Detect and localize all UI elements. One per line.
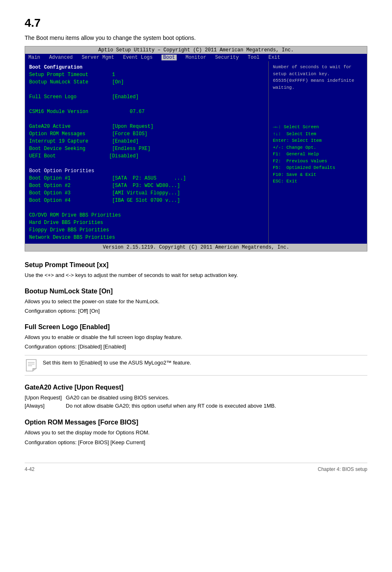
section-body: Allows you to select the power-on state … [25, 298, 367, 306]
section-heading: GateA20 Active [Upon Request] [25, 384, 367, 391]
def-desc: GA20 can be disabled using BIOS services… [66, 394, 367, 402]
bios-left-line: UEFI Boot [Disabled] [29, 152, 264, 160]
section-body: Use the <+> and <-> keys to adjust the n… [25, 271, 367, 279]
section-config: Configuration options: [Disabled] [Enabl… [25, 343, 367, 351]
bios-left-line: Floppy Drive BBS Priorities [29, 226, 264, 234]
bios-left-line: Option ROM Messages [Force BIOS] [29, 130, 264, 138]
section-heading: Full Screen Logo [Enabled] [25, 323, 367, 331]
section-title: 4.7 [25, 16, 367, 30]
footer-page-number: 4-42 [25, 466, 35, 472]
bios-left-line: Hard Drive BBS Priorities [29, 219, 264, 226]
section-config: Configuration options: [Off] [On] [25, 307, 367, 315]
def-term: [Upon Request] [25, 394, 66, 402]
section-body: Allows you to set the display mode for O… [25, 429, 367, 437]
bios-left-line: Setup Prompt Timeout 1 [29, 71, 264, 78]
def-desc: Do not allow disable GA20; this option u… [66, 402, 367, 411]
footer-chapter: Chapter 4: BIOS setup [318, 466, 367, 472]
nav-monitor: Monitor [186, 55, 206, 60]
nav-event-logs: Event Logs [123, 55, 152, 60]
def-term: [Always] [25, 402, 66, 411]
bios-left-line: CSM16 Module Version 07.67 [29, 108, 264, 115]
bios-title-bar: Aptio Setup Utility – Copyright (C) 2011… [25, 46, 367, 54]
section-heading: Option ROM Messages [Force BIOS] [25, 419, 367, 426]
section-full-screen-logo: Full Screen Logo [Enabled] Allows you to… [25, 323, 367, 376]
section-config: Configuration options: [Force BIOS] [Kee… [25, 438, 367, 447]
note-icon [25, 359, 38, 372]
bios-nav-bar: Main Advanced Server Mgmt Event Logs Boo… [25, 54, 367, 61]
bios-left-line: Boot Option #4 [IBA GE Slot 0700 v...] [29, 197, 264, 204]
bios-right-panel: Number of seconds to wait forsetup activ… [268, 61, 367, 244]
bios-version-bar: Version 2.15.1219. Copyright (C) 2011 Am… [25, 244, 367, 251]
bios-left-line: Boot Option Priorities [29, 167, 264, 175]
bios-left-spacer [29, 115, 264, 123]
bios-left-line: Boot Option #2 [SATA P3: WDC WD80...] [29, 182, 264, 189]
note-text: Set this item to [Enabled] to use the AS… [43, 359, 191, 367]
bios-left-spacer [29, 160, 264, 167]
bios-left-spacer [29, 204, 264, 212]
nav-server-mgmt: Server Mgmt [82, 55, 114, 60]
bios-left-line: CD/DVD ROM Drive BBS Priorities [29, 212, 264, 219]
bios-left-line: Boot Option #3 [AMI Virtual Floppy...] [29, 189, 264, 197]
bios-nav-help: →←: Select Screen ↑↓: Select Item Enter:… [273, 124, 363, 185]
bios-screenshot: Aptio Setup Utility – Copyright (C) 2011… [25, 46, 367, 251]
nav-security: Security [215, 55, 239, 60]
bios-left-line: Interrupt 19 Capture [Enabled] [29, 138, 264, 145]
def-row-always: [Always] Do not allow disable GA20; this… [25, 402, 367, 411]
bios-body: Boot Configuration Setup Prompt Timeout … [25, 61, 367, 244]
bios-left-line: Full Screen Logo [Enabled] [29, 93, 264, 101]
nav-main: Main [28, 55, 40, 60]
bios-left-line: Bootup NumLock State [On] [29, 78, 264, 86]
section-heading: Setup Prompt Timeout [xx] [25, 261, 367, 269]
def-row-upon-request: [Upon Request] GA20 can be disabled usin… [25, 394, 367, 402]
bios-left-panel: Boot Configuration Setup Prompt Timeout … [25, 61, 268, 244]
bios-left-spacer [29, 86, 264, 93]
bios-left-line: Boot Device Seeking [Endless PXE] [29, 145, 264, 152]
nav-advanced: Advanced [49, 55, 73, 60]
bios-left-line: Boot Option #1 [SATA P2: ASUS ...] [29, 175, 264, 182]
bios-left-line: Boot Configuration [29, 64, 264, 71]
intro-text: The Boot menu items allow you to change … [25, 35, 367, 41]
section-setup-prompt-timeout: Setup Prompt Timeout [xx] Use the <+> an… [25, 261, 367, 279]
bios-left-line: GateA20 Active [Upon Request] [29, 123, 264, 130]
bios-left-spacer [29, 101, 264, 108]
bios-left-line: Network Device BBS Priorities [29, 234, 264, 241]
note-box: Set this item to [Enabled] to use the AS… [25, 355, 367, 376]
definition-list: [Upon Request] GA20 can be disabled usin… [25, 394, 367, 411]
nav-tool: Tool [248, 55, 260, 60]
section-body: Allows you to enable or disable the full… [25, 333, 367, 341]
nav-boot-active: Boot [161, 55, 177, 60]
section-bootup-numlock: Bootup NumLock State [On] Allows you to … [25, 288, 367, 315]
section-heading: Bootup NumLock State [On] [25, 288, 367, 295]
section-gatea20: GateA20 Active [Upon Request] [Upon Requ… [25, 384, 367, 411]
bios-help-text: Number of seconds to wait forsetup activ… [273, 64, 363, 91]
page-footer: 4-42 Chapter 4: BIOS setup [25, 463, 367, 472]
nav-exit: Exit [268, 55, 280, 60]
section-option-rom-messages: Option ROM Messages [Force BIOS] Allows … [25, 419, 367, 446]
